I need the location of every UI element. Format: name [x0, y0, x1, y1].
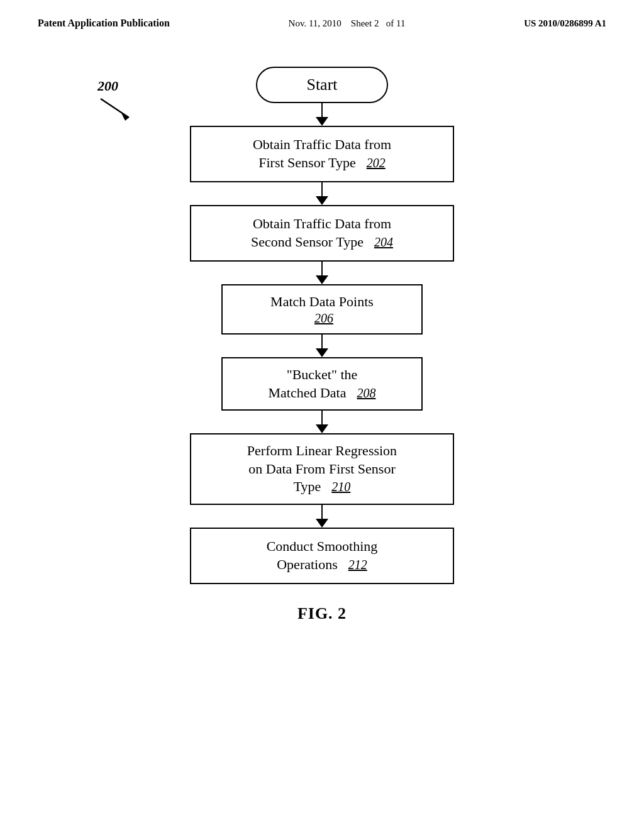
publication-date: Nov. 11, 2010	[289, 18, 341, 28]
arrow-4	[316, 335, 328, 357]
step-212-line1: Conduct Smoothing	[267, 538, 378, 556]
figure-label: FIG. 2	[297, 604, 347, 623]
step-210-line2: on Data From First Sensor	[248, 460, 395, 479]
header-center: Nov. 11, 2010 Sheet 2 of 11	[289, 18, 406, 29]
arrow-5	[316, 411, 328, 433]
step-202-num: 202	[367, 156, 386, 170]
start-label: Start	[306, 75, 337, 94]
step-208-box: "Bucket" the Matched Data 208	[221, 357, 423, 411]
step-208-num: 208	[357, 386, 376, 400]
step-210-num: 210	[331, 480, 350, 494]
of-pages: of 11	[386, 18, 406, 28]
step-206-box: Match Data Points 206	[221, 284, 423, 335]
patent-number: US 2010/0286899 A1	[524, 18, 606, 29]
arrow-3	[316, 262, 328, 284]
step-206-num: 206	[314, 311, 333, 326]
svg-line-0	[101, 99, 129, 118]
step-204-num: 204	[374, 235, 393, 249]
diagram-arrow	[97, 96, 135, 121]
diagram-label: 200	[97, 78, 118, 94]
step-210-line1: Perform Linear Regression	[247, 442, 397, 460]
start-shape: Start	[256, 67, 388, 103]
flowchart: Start Obtain Traffic Data from First Sen…	[165, 67, 479, 623]
step-208-line2: Matched Data	[269, 385, 347, 401]
step-206-line1: Match Data Points	[270, 293, 374, 311]
sheet-info: Sheet 2	[351, 18, 379, 28]
step-202-line2: First Sensor Type	[258, 155, 356, 170]
step-202-box: Obtain Traffic Data from First Sensor Ty…	[190, 126, 454, 182]
arrow-2	[316, 182, 328, 205]
step-212-num: 212	[348, 558, 367, 572]
publication-type: Patent Application Publication	[38, 18, 170, 29]
step-204-line1: Obtain Traffic Data from	[253, 215, 391, 233]
step-202-line1: Obtain Traffic Data from	[253, 136, 391, 154]
step-212-box: Conduct Smoothing Operations 212	[190, 528, 454, 584]
step-212-line2: Operations	[277, 556, 338, 572]
step-204-line2: Second Sensor Type	[251, 234, 364, 250]
flowchart-diagram: 200 Start Obtain Traffic Data from First…	[0, 29, 644, 623]
step-204-box: Obtain Traffic Data from Second Sensor T…	[190, 205, 454, 262]
page-header: Patent Application Publication Nov. 11, …	[0, 0, 644, 29]
arrow-6	[316, 505, 328, 528]
step-210-box: Perform Linear Regression on Data From F…	[190, 433, 454, 505]
step-208-line1: "Bucket" the	[287, 366, 358, 384]
arrow-1	[316, 103, 328, 126]
step-210-line3: Type	[294, 479, 321, 494]
